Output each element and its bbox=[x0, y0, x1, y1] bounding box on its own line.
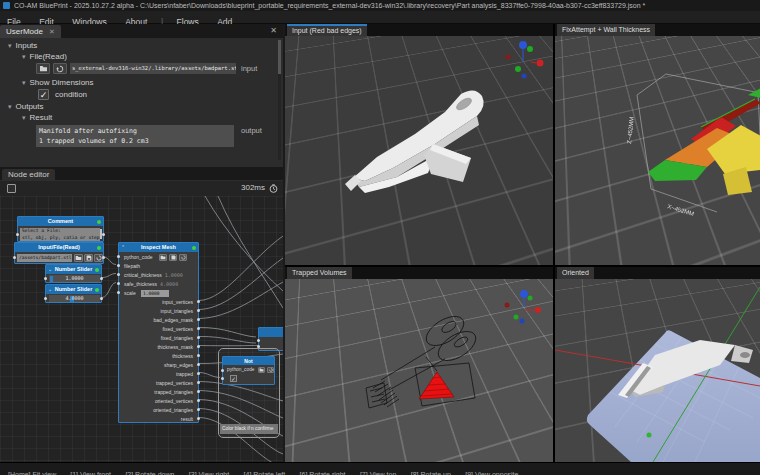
port-dot[interactable] bbox=[257, 339, 260, 342]
viewport-trapped-strip: Trapped Volumes bbox=[285, 267, 553, 279]
port-dot[interactable] bbox=[102, 256, 105, 259]
port-dot[interactable] bbox=[197, 381, 200, 384]
orientation-gizmo[interactable] bbox=[506, 41, 544, 79]
port-dot[interactable] bbox=[117, 273, 120, 276]
node-input-file[interactable]: Input/File(Read) /assets/badpart.stl bbox=[14, 242, 104, 264]
tree-show-dimensions[interactable]: ▾Show Dimensions bbox=[22, 78, 94, 87]
port-dot[interactable] bbox=[197, 363, 200, 366]
app-window: CO-AM BluePrint - 2025.10.27.2 alpha - C… bbox=[0, 0, 760, 475]
port-dot[interactable] bbox=[197, 336, 200, 339]
save-button[interactable] bbox=[84, 254, 93, 262]
comment-text-field[interactable]: Select a File: stl, obj, ply, catia or s… bbox=[20, 228, 100, 241]
port-dot[interactable] bbox=[197, 399, 200, 402]
node-comment[interactable]: Comment Select a File: stl, obj, ply, ca… bbox=[17, 216, 104, 242]
port-python-code: python_code bbox=[227, 367, 254, 372]
viewport-input-label[interactable]: Input (Red bad edges) bbox=[287, 24, 367, 36]
port-dot[interactable] bbox=[197, 318, 200, 321]
reload-file-button[interactable] bbox=[53, 63, 67, 74]
port-dot[interactable] bbox=[100, 297, 103, 300]
trapped-scene bbox=[285, 267, 553, 462]
port-dot[interactable] bbox=[117, 291, 120, 294]
port-output: fixed_triangles bbox=[161, 335, 193, 341]
tab-close-icon[interactable]: ✕ bbox=[49, 28, 55, 35]
viewport-fixattempt[interactable]: Z~452MM X~452MM FixAttempt + Wall Thickn… bbox=[555, 24, 760, 265]
tab-usermode[interactable]: UserMode✕ bbox=[0, 25, 61, 38]
port-output: result bbox=[181, 416, 193, 422]
node-number-slider-1[interactable]: ⌄Number Slider 1.0000 bbox=[45, 264, 102, 283]
refresh-icon bbox=[181, 255, 186, 260]
viewport-oriented[interactable]: Oriented bbox=[555, 267, 760, 462]
scale-value-field[interactable]: 1.0000 bbox=[141, 290, 169, 297]
orientation-gizmo[interactable] bbox=[505, 290, 542, 324]
port-output: fixed_vertices bbox=[162, 326, 193, 332]
port-dot[interactable] bbox=[221, 369, 224, 372]
axis-x-label: X~452MM bbox=[667, 203, 695, 217]
viewport-trapped-label[interactable]: Trapped Volumes bbox=[287, 267, 352, 279]
port-dot[interactable] bbox=[197, 354, 200, 357]
reload-button[interactable] bbox=[179, 254, 187, 261]
port-dot[interactable] bbox=[197, 345, 200, 348]
port-output: sharp_edges bbox=[164, 362, 193, 368]
elapsed-time: 302ms bbox=[241, 183, 265, 192]
port-dot[interactable] bbox=[197, 390, 200, 393]
node-number-slider-2[interactable]: ⌄Number Slider 4.0000 bbox=[45, 284, 102, 303]
input-scene bbox=[285, 24, 553, 265]
browse-folder-button[interactable] bbox=[159, 254, 167, 261]
port-dot[interactable] bbox=[100, 277, 103, 280]
node-status-dot bbox=[192, 246, 196, 250]
port-dot[interactable] bbox=[102, 233, 105, 236]
fixattempt-scene: Z~452MM X~452MM bbox=[555, 24, 760, 265]
viewport-fixattempt-label[interactable]: FixAttempt + Wall Thickness bbox=[557, 24, 655, 36]
condition-checkbox[interactable]: ✓ bbox=[38, 89, 49, 100]
node-editor-canvas[interactable]: Comment Select a File: stl, obj, ply, ca… bbox=[0, 196, 283, 462]
status-rotate-left: [4] Rotate left. bbox=[244, 468, 288, 475]
port-dot[interactable] bbox=[197, 417, 200, 420]
port-dot[interactable] bbox=[117, 255, 120, 258]
not-a-checkbox[interactable]: ✓ bbox=[230, 375, 237, 382]
port-dot[interactable] bbox=[44, 297, 47, 300]
port-dot[interactable] bbox=[197, 300, 200, 303]
port-dot[interactable] bbox=[221, 377, 224, 380]
tree-file-read[interactable]: ▾File(Read) bbox=[22, 52, 67, 61]
port-dot[interactable] bbox=[117, 264, 120, 267]
node-inspect-mesh[interactable]: ⌃Inspect Mesh python_code filepath criti… bbox=[118, 242, 199, 423]
port-dot[interactable] bbox=[13, 256, 16, 259]
port-output: oriented_vertices bbox=[155, 398, 193, 404]
panel-close-icon[interactable]: ✕ bbox=[270, 26, 277, 35]
viewport-trapped[interactable]: Trapped Volumes bbox=[285, 267, 553, 462]
viewport-oriented-label[interactable]: Oriented bbox=[557, 267, 594, 279]
port-output: trapped bbox=[176, 371, 193, 377]
browse-folder-button[interactable] bbox=[74, 254, 83, 262]
slider1-value: 1.0000 bbox=[49, 275, 100, 282]
viewport-input[interactable]: Input (Red bad edges) bbox=[285, 24, 553, 265]
tree-outputs[interactable]: ▾Outputs bbox=[8, 102, 44, 111]
port-dot[interactable] bbox=[197, 408, 200, 411]
params-scrollbar[interactable] bbox=[278, 40, 281, 160]
tab-node-editor[interactable]: Node editor bbox=[2, 169, 55, 181]
tree-result[interactable]: ▾Result bbox=[22, 113, 52, 122]
port-dot[interactable] bbox=[16, 233, 19, 236]
slider2-track[interactable]: 4.0000 bbox=[49, 295, 100, 302]
browse-folder-button[interactable] bbox=[36, 63, 50, 74]
port-dot[interactable] bbox=[44, 277, 47, 280]
node-file-path-field[interactable]: /assets/badpart.stl bbox=[17, 254, 72, 262]
port-dot[interactable] bbox=[117, 282, 120, 285]
save-button[interactable] bbox=[169, 254, 177, 261]
node-status-dot bbox=[97, 246, 101, 250]
refresh-icon bbox=[269, 368, 273, 372]
chevron-down-icon: ▾ bbox=[8, 103, 12, 110]
browse-folder-button[interactable] bbox=[258, 367, 265, 373]
slider1-track[interactable]: 1.0000 bbox=[49, 275, 100, 282]
port-dot[interactable] bbox=[197, 327, 200, 330]
reload-button[interactable] bbox=[267, 367, 274, 373]
port-dot[interactable] bbox=[197, 372, 200, 375]
viewport-area: Input (Red bad edges) bbox=[285, 24, 760, 462]
stop-button[interactable] bbox=[7, 184, 16, 193]
file-io-label: input bbox=[241, 64, 257, 73]
port-dot[interactable] bbox=[197, 309, 200, 312]
condition-row: ✓ condition bbox=[0, 89, 283, 101]
file-path-field[interactable]: s_external-dev316-win32/.library/assets/… bbox=[70, 63, 236, 74]
tree-inputs[interactable]: ▾Inputs bbox=[8, 41, 37, 50]
scrollbar-thumb[interactable] bbox=[278, 40, 281, 74]
node-not[interactable]: Not python_code ✓ bbox=[222, 356, 275, 385]
